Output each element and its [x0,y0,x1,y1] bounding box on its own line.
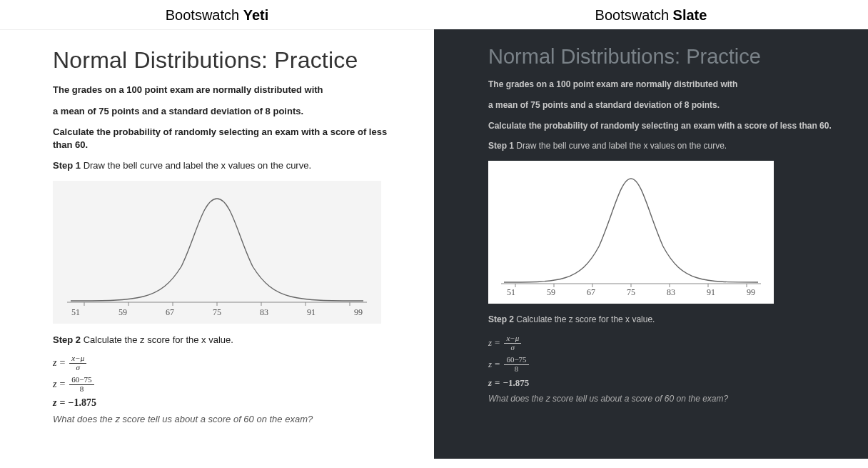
tick-label: 59 [118,307,127,318]
tick-label: 91 [307,307,316,318]
tick-label: 99 [354,307,363,318]
formula-generic: z= x−μσ [488,334,842,352]
tick-label: 51 [507,287,515,298]
tick-label: 59 [547,287,555,298]
step-1: Step 1 Draw the bell curve and label the… [53,159,408,172]
problem-line-1: The grades on a 100 point exam are norma… [488,79,842,91]
bell-curve-chart: 51 59 67 75 83 91 99 [488,161,774,304]
problem-line-3: Calculate the probability of randomly se… [53,126,408,151]
tick-label: 67 [166,307,174,318]
formula-substituted: z= 60−758 [488,356,842,373]
step-1: Step 1 Draw the bell curve and label the… [488,140,842,152]
tick-label: 91 [707,287,715,298]
tick-label: 83 [260,307,268,318]
interpretation-prompt: What does the z score tell us about a sc… [53,413,408,426]
tick-label: 51 [71,307,80,318]
bell-curve-chart: 51 59 67 75 83 91 99 [53,181,381,324]
formula-generic: z= x−μσ [53,354,408,372]
problem-line-2: a mean of 75 points and a standard devia… [488,99,842,111]
step-2: Step 2 Calculate the z score for the x v… [488,314,842,326]
page-title: Normal Distributions: Practice [488,45,842,69]
formula-result: z=−1.875 [53,397,408,409]
tick-label: 75 [627,287,635,298]
tick-label: 75 [213,307,221,318]
formula-result: z=−1.875 [488,377,842,389]
tick-label: 99 [747,287,755,298]
problem-line-1: The grades on a 100 point exam are norma… [53,84,408,96]
pane-yeti: Normal Distributions: Practice The grade… [0,29,434,459]
page-title: Normal Distributions: Practice [53,47,408,74]
pane-slate: Normal Distributions: Practice The grade… [434,29,868,459]
problem-line-3: Calculate the probability of randomly se… [488,120,842,132]
formula-substituted: z= 60−758 [53,376,408,393]
interpretation-prompt: What does the z score tell us about a sc… [488,393,842,405]
tick-label: 83 [667,287,675,298]
theme-label-yeti: Bootswatch Yeti [0,7,434,24]
step-2: Step 2 Calculate the z score for the x v… [53,334,408,347]
tick-label: 67 [587,287,595,298]
theme-label-slate: Bootswatch Slate [434,7,868,24]
problem-line-2: a mean of 75 points and a standard devia… [53,105,408,118]
